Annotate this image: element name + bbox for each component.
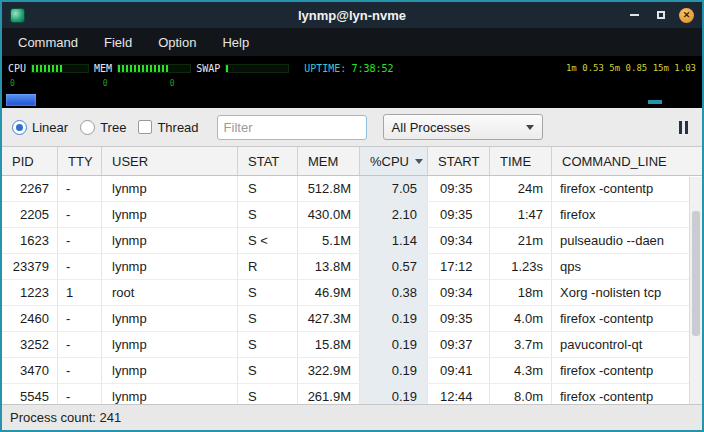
radio-icon	[80, 120, 95, 135]
minimize-icon	[630, 14, 639, 16]
cell-pid: 2460	[2, 306, 58, 331]
graph-strip	[2, 92, 702, 108]
table-row[interactable]: 3252 - lynmp S 15.8M 0.19 09:37 3.7m pav…	[2, 332, 702, 358]
load-averages: 1m 0.53 5m 0.85 15m 1.03	[566, 63, 696, 73]
cell-time: 24m	[490, 176, 552, 201]
swap-bar	[225, 64, 289, 73]
header-mem[interactable]: MEM	[298, 147, 360, 175]
process-count: Process count: 241	[10, 410, 121, 425]
radio-selected-icon	[12, 120, 27, 135]
cell-tty: 1	[58, 280, 102, 305]
header-tty[interactable]: TTY	[58, 147, 102, 175]
thread-checkbox[interactable]: Thread	[138, 120, 198, 135]
header-command-line[interactable]: COMMAND_LINE	[552, 147, 702, 175]
cell-mem: 427.3M	[298, 306, 360, 331]
cell-cpu: 0.19	[360, 332, 428, 357]
header-time[interactable]: TIME	[490, 147, 552, 175]
process-table: PID TTY USER STAT MEM %CPU START TIME CO…	[2, 146, 702, 404]
cell-time: 18m	[490, 280, 552, 305]
cell-pid: 1223	[2, 280, 58, 305]
table-row[interactable]: 1223 1 root S 46.9M 0.38 09:34 18m Xorg …	[2, 280, 702, 306]
minimize-button[interactable]	[627, 8, 642, 23]
cell-tty: -	[58, 358, 102, 383]
cell-start: 09:35	[428, 202, 490, 227]
restore-icon	[657, 11, 665, 19]
cell-time: 3.7m	[490, 332, 552, 357]
cell-start: 09:37	[428, 332, 490, 357]
table-row[interactable]: 1623 - lynmp S < 5.1M 1.14 09:34 21m pul…	[2, 228, 702, 254]
cpu-bar	[31, 64, 89, 73]
cell-mem: 5.1M	[298, 228, 360, 253]
cell-pid: 2205	[2, 202, 58, 227]
header-user[interactable]: USER	[102, 147, 238, 175]
cell-user: lynmp	[102, 176, 238, 201]
tree-radio[interactable]: Tree	[80, 120, 126, 135]
menu-help[interactable]: Help	[222, 35, 249, 50]
table-row[interactable]: 23379 - lynmp R 13.8M 0.57 17:12 1.23s q…	[2, 254, 702, 280]
cell-stat: S	[238, 358, 298, 383]
header-pid[interactable]: PID	[2, 147, 58, 175]
header-start[interactable]: START	[428, 147, 490, 175]
cell-command-line: firefox -contentp	[552, 306, 702, 331]
cell-user: lynmp	[102, 358, 238, 383]
cell-command-line: qps	[552, 254, 702, 279]
table-row[interactable]: 2205 - lynmp S 430.0M 2.10 09:35 1:47 fi…	[2, 202, 702, 228]
window-buttons: ✕	[627, 8, 694, 23]
swap-label: SWAP	[196, 63, 220, 74]
cell-cpu: 0.57	[360, 254, 428, 279]
cell-tty: -	[58, 176, 102, 201]
monitor-ticks: 0 0 0	[8, 77, 696, 89]
menubar: Command Field Option Help	[2, 28, 702, 56]
cell-cpu: 0.19	[360, 384, 428, 404]
controls-bar: Linear Tree Thread All Processes	[2, 108, 702, 146]
sort-desc-icon	[415, 159, 423, 164]
close-button[interactable]: ✕	[679, 8, 694, 23]
titlebar[interactable]: lynmp@lyn-nvme ✕	[2, 2, 702, 28]
cell-time: 8.0m	[490, 384, 552, 404]
cell-tty: -	[58, 228, 102, 253]
cell-mem: 512.8M	[298, 176, 360, 201]
cell-start: 09:35	[428, 176, 490, 201]
menu-field[interactable]: Field	[104, 35, 132, 50]
header-cpu[interactable]: %CPU	[360, 147, 428, 175]
linear-label: Linear	[32, 120, 68, 135]
cell-stat: S	[238, 332, 298, 357]
cell-mem: 15.8M	[298, 332, 360, 357]
uptime-label: UPTIME:	[304, 63, 346, 74]
table-row[interactable]: 2267 - lynmp S 512.8M 7.05 09:35 24m fir…	[2, 176, 702, 202]
load-graph[interactable]	[6, 94, 36, 106]
pause-button[interactable]	[675, 119, 692, 136]
scrollbar-thumb[interactable]	[692, 211, 700, 336]
cell-cpu: 0.19	[360, 358, 428, 383]
cell-stat: S	[238, 306, 298, 331]
cell-user: lynmp	[102, 332, 238, 357]
menu-option[interactable]: Option	[158, 35, 196, 50]
menu-command[interactable]: Command	[18, 35, 78, 50]
mem-bar	[117, 64, 191, 73]
cell-stat: S	[238, 202, 298, 227]
table-row[interactable]: 5545 - lynmp S 261.9M 0.19 12:44 8.0m fi…	[2, 384, 702, 404]
header-stat[interactable]: STAT	[238, 147, 298, 175]
cell-tty: -	[58, 202, 102, 227]
pause-icon	[679, 121, 682, 134]
process-scope-select[interactable]: All Processes	[383, 114, 543, 140]
cell-pid: 2267	[2, 176, 58, 201]
cell-stat: S	[238, 280, 298, 305]
restore-button[interactable]	[653, 8, 668, 23]
cell-command-line: firefox -contentp	[552, 358, 702, 383]
cell-pid: 1623	[2, 228, 58, 253]
linear-radio[interactable]: Linear	[12, 120, 68, 135]
chevron-down-icon	[526, 125, 534, 130]
checkbox-icon	[138, 120, 152, 134]
cell-cpu: 0.19	[360, 306, 428, 331]
vertical-scrollbar[interactable]	[689, 177, 702, 404]
cell-tty: -	[58, 332, 102, 357]
filter-input[interactable]	[217, 115, 367, 140]
cell-pid: 23379	[2, 254, 58, 279]
cell-command-line: pavucontrol-qt	[552, 332, 702, 357]
cell-stat: S <	[238, 228, 298, 253]
table-body: 2267 - lynmp S 512.8M 7.05 09:35 24m fir…	[2, 176, 702, 404]
table-row[interactable]: 2460 - lynmp S 427.3M 0.19 09:35 4.0m fi…	[2, 306, 702, 332]
table-row[interactable]: 3470 - lynmp S 322.9M 0.19 09:41 4.3m fi…	[2, 358, 702, 384]
cell-time: 4.0m	[490, 306, 552, 331]
